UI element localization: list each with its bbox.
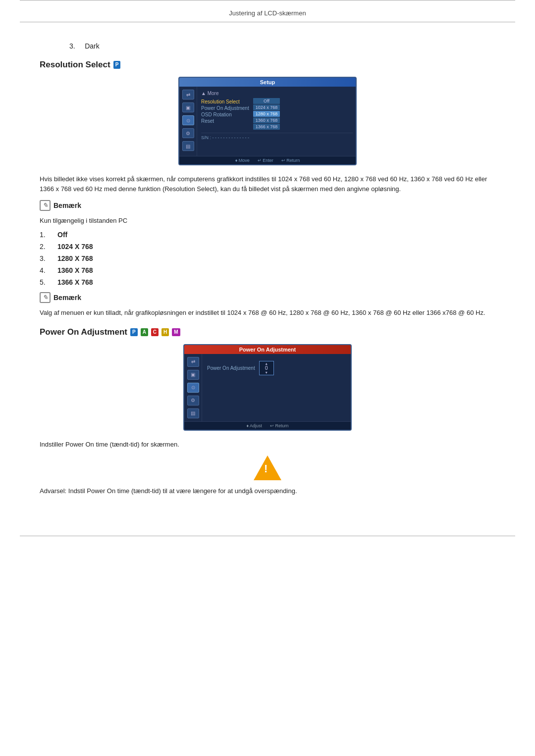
list-item-4: 4. 1360 X 768 (40, 266, 495, 274)
dark-list-item: 3. Dark (69, 42, 495, 50)
note-label-1: Bemærk (54, 202, 81, 209)
osd-menu-row-4: Reset (201, 118, 249, 124)
osd-sn: S/N : - - - - - - - - - - - - - - (201, 133, 353, 140)
osd2-icon-1: ⇄ (187, 357, 199, 367)
osd2-footer: ♦ Adjust ↩ Return (184, 421, 351, 430)
page-header: Justering af LCD-skærmen (20, 4, 515, 22)
osd-menu-row-1: Resolution Select (201, 99, 249, 104)
warning-icon (254, 455, 281, 480)
osd-menu-row-3: OSD Rotation (201, 112, 249, 117)
osd-menu-label-3: OSD Rotation (201, 112, 232, 117)
note2-text: Valg af menuen er kun tilladt, når grafi… (40, 308, 495, 318)
osd2-footer-adjust: ♦ Adjust (246, 423, 262, 428)
power-on-osd-box: Power On Adjustment ⇄ ▣ ⊙ ⚙ ▤ Power On A… (183, 344, 352, 431)
list-item-1: 1. Off (40, 231, 495, 239)
osd2-icon-5: ▤ (187, 408, 199, 418)
power-on-osd-container: Power On Adjustment ⇄ ▣ ⊙ ⚙ ▤ Power On A… (40, 344, 495, 431)
osd-sidebar: ⇄ ▣ ⊙ ⚙ ▤ (179, 87, 197, 156)
list-item-3: 3. 1280 X 768 (40, 254, 495, 262)
osd2-icon-2: ▣ (187, 370, 199, 380)
note-icon-2: ✎ (40, 292, 51, 303)
osd-val-1280: 1280 x 768 (253, 111, 280, 117)
list-num-4: 4. (40, 266, 50, 274)
power-on-body-text: Indstiller Power On time (tændt-tid) for… (40, 440, 495, 450)
list-val-2: 1024 X 768 (57, 243, 93, 251)
list-num-5: 5. (40, 278, 50, 286)
note-block-2: ✎ Bemærk (40, 292, 495, 303)
osd2-arrow-up: ▲ (265, 362, 268, 365)
osd-value-list: Off 1024 x 768 1280 x 768 1360 x 768 136… (253, 98, 280, 130)
resolution-select-heading: Resolution Select P (40, 60, 495, 70)
osd-icon-4: ⚙ (182, 128, 194, 138)
power-on-heading: Power On Adjustment P A C H M (40, 327, 495, 337)
power-on-title: Power On Adjustment (40, 327, 127, 337)
osd-val-1360: 1360 x 768 (253, 117, 280, 123)
badge-h: H (161, 328, 169, 336)
page-title: Justering af LCD-skærmen (229, 9, 306, 17)
osd2-main: Power On Adjustment ▲ 0 ▼ (202, 354, 351, 421)
list-val-3: 1280 X 768 (57, 254, 93, 262)
list-num-2: 2. (40, 243, 50, 251)
dark-number: 3. (69, 42, 75, 50)
osd2-row: Power On Adjustment ▲ 0 ▼ (207, 361, 346, 375)
list-val-4: 1360 X 768 (57, 266, 93, 274)
osd2-arrow-down: ▼ (265, 371, 268, 374)
resolution-list: 1. Off 2. 1024 X 768 3. 1280 X 768 4. 13… (40, 231, 495, 286)
resolution-body-text: Hvis billedet ikke vises korrekt på skær… (40, 174, 495, 194)
list-item-5: 5. 1366 X 768 (40, 278, 495, 286)
osd-menu-row-2: Power On Adjustment (201, 105, 249, 111)
kun-text: Kun tilgængelig i tilstanden PC (40, 216, 495, 226)
osd2-icon-3: ⊙ (187, 383, 199, 393)
osd-icon-3: ⊙ (182, 115, 194, 125)
badge-m: M (172, 328, 180, 336)
osd-menu-label-2: Power On Adjustment (201, 105, 249, 111)
osd-footer-move: ♦ Move (235, 158, 250, 163)
note-block-1: ✎ Bemærk (40, 200, 495, 211)
osd2-body: ⇄ ▣ ⊙ ⚙ ▤ Power On Adjustment ▲ 0 ▼ (184, 354, 351, 421)
content-area: 3. Dark Resolution Select P Setup ⇄ ▣ ⊙ (0, 22, 535, 521)
resolution-osd-container: Setup ⇄ ▣ ⊙ ⚙ ▤ ▲ More (40, 77, 495, 165)
osd-footer: ♦ Move ↵ Enter ↩ Return (179, 156, 356, 164)
osd-main: ▲ More Resolution Select Power On Adjust… (197, 87, 356, 156)
osd-val-1366: 1366 x 768 (253, 124, 280, 130)
top-border (20, 0, 515, 4)
osd2-label: Power On Adjustment (207, 365, 255, 371)
osd-more: ▲ More (201, 91, 353, 96)
osd-icon-1: ⇄ (182, 90, 194, 100)
bottom-border (20, 536, 515, 536)
osd2-footer-return: ↩ Return (270, 423, 289, 428)
osd-footer-enter: ↵ Enter (258, 158, 273, 163)
resolution-select-title: Resolution Select (40, 60, 110, 70)
dark-label: Dark (85, 42, 100, 50)
osd-menu-label-4: Reset (201, 118, 214, 124)
osd2-icon-4: ⚙ (187, 396, 199, 405)
osd-title: Setup (179, 78, 356, 87)
osd-val-1024: 1024 x 768 (253, 104, 280, 110)
osd-val-off: Off (253, 98, 280, 104)
badge-c: C (151, 328, 159, 336)
badge-p: P (113, 61, 121, 69)
osd2-title: Power On Adjustment (184, 345, 351, 354)
osd2-sidebar: ⇄ ▣ ⊙ ⚙ ▤ (184, 354, 202, 421)
osd-menu-labels: Resolution Select Power On Adjustment OS… (201, 98, 249, 130)
warning-block (40, 455, 495, 480)
list-val-5: 1366 X 768 (57, 278, 93, 286)
note-icon-1: ✎ (40, 200, 51, 211)
osd-menu-values-row: Resolution Select Power On Adjustment OS… (201, 98, 353, 130)
warning-text: Advarsel: Indstil Power On time (tændt-t… (40, 486, 495, 496)
resolution-osd-box: Setup ⇄ ▣ ⊙ ⚙ ▤ ▲ More (178, 77, 357, 165)
badge-p2: P (130, 328, 138, 336)
warning-triangle (254, 455, 281, 480)
list-item-2: 2. 1024 X 768 (40, 243, 495, 251)
osd-icon-5: ▤ (182, 141, 194, 151)
list-val-1: Off (57, 231, 67, 239)
osd2-value-box: ▲ 0 ▼ (259, 361, 274, 375)
list-num-1: 1. (40, 231, 50, 239)
osd-footer-return: ↩ Return (281, 158, 300, 163)
osd-icon-2: ▣ (182, 102, 194, 112)
badge-a: A (141, 328, 148, 336)
osd2-value: 0 (265, 365, 268, 371)
note-label-2: Bemærk (54, 294, 81, 302)
osd-menu-label-1: Resolution Select (201, 99, 240, 104)
osd-body: ⇄ ▣ ⊙ ⚙ ▤ ▲ More Resolution Select (179, 87, 356, 156)
